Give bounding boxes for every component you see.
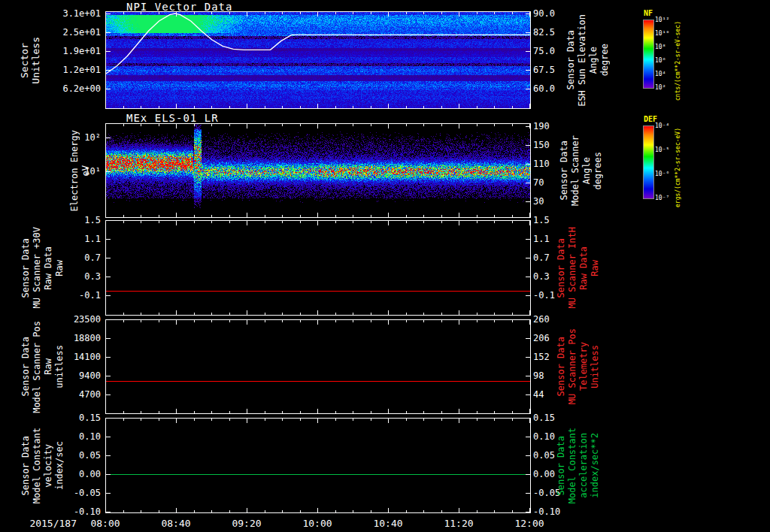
right-axis-title-line: degrees <box>593 152 604 190</box>
y-axis-title: SectorUnitless <box>17 11 44 109</box>
y-tick-mark <box>526 145 530 146</box>
x-tick-mark <box>406 215 407 217</box>
x-tick-mark <box>423 419 424 421</box>
y-tick-mark <box>106 171 111 172</box>
x-tick-mark <box>211 313 212 315</box>
x-tick-mark <box>247 419 247 423</box>
y-axis-tick-label-right: 90.0 <box>533 8 568 19</box>
right-axis-title-line: Sensor Data <box>565 30 577 89</box>
y-axis-tick-label: 1.2e+01 <box>54 65 101 75</box>
y-tick-mark <box>526 357 530 358</box>
x-tick-mark <box>494 320 495 322</box>
x-tick-mark <box>353 320 353 322</box>
y-tick-mark <box>106 14 111 14</box>
y-tick-mark <box>526 220 530 221</box>
x-tick-mark <box>105 221 106 225</box>
x-tick-mark <box>229 411 230 413</box>
x-tick-mark <box>159 320 159 322</box>
x-tick-mark <box>459 310 459 315</box>
right-axis-title: Sensor DataMU Scanner IntHRaw DataRaw <box>556 220 600 316</box>
x-tick-mark <box>194 106 195 108</box>
y-tick-mark <box>526 239 530 240</box>
y-tick-mark <box>106 455 111 456</box>
x-tick-mark <box>423 215 424 217</box>
y-axis-title: Sensor DataMU Scanner +30VRaw DataRaw <box>20 220 66 316</box>
x-tick-mark <box>105 213 106 217</box>
x-tick-mark <box>441 124 442 126</box>
x-tick-mark <box>282 215 283 217</box>
y-tick-mark <box>526 319 530 320</box>
x-tick-mark <box>494 510 495 512</box>
x-tick-mark <box>282 510 283 512</box>
x-tick-mark <box>406 221 407 223</box>
x-tick-mark <box>388 320 389 325</box>
colorbar-tick-label: 10¹² <box>655 17 669 23</box>
x-tick-mark <box>441 419 442 421</box>
x-tick-mark <box>423 313 424 315</box>
x-tick-mark <box>494 106 495 108</box>
x-tick-mark <box>371 106 371 108</box>
x-tick-mark <box>123 411 124 413</box>
x-tick-mark <box>317 310 318 315</box>
right-axis-title: Sensor DataESH Sun ElevationAngledegree <box>565 11 611 109</box>
x-tick-mark <box>529 104 530 108</box>
y-axis-title-line: Electron Energy <box>69 130 80 211</box>
y-axis-title-line: Sensor Data <box>20 436 32 495</box>
x-tick-mark <box>317 124 318 128</box>
x-tick-mark <box>512 320 513 322</box>
x-tick-mark <box>512 510 513 512</box>
x-tick-mark <box>388 104 389 108</box>
right-axis-title-line: ESH Sun Elevation <box>577 14 588 107</box>
x-tick-mark <box>123 320 124 322</box>
y-tick-mark <box>526 70 530 71</box>
x-tick-mark <box>105 419 106 423</box>
x-tick-mark <box>529 320 530 325</box>
data-line <box>106 474 530 475</box>
colorbar-tick-label: 10⁻⁷ <box>655 195 669 201</box>
y-tick-mark <box>106 138 111 138</box>
x-tick-mark <box>317 104 318 108</box>
x-tick-mark <box>141 12 141 14</box>
x-tick-mark <box>512 419 513 421</box>
x-tick-mark <box>353 221 353 223</box>
x-tick-mark <box>123 12 124 14</box>
y-tick-mark <box>106 277 111 277</box>
panel-title-els: MEx ELS-01 LR <box>126 112 219 124</box>
y-axis-tick-label: 3.1e+01 <box>54 8 101 19</box>
y-tick-mark <box>106 437 111 437</box>
x-tick-mark <box>282 106 283 108</box>
x-axis-tick-label: 12:00 <box>507 518 552 529</box>
x-tick-mark <box>105 12 106 17</box>
x-tick-mark <box>265 215 265 217</box>
x-tick-mark <box>388 221 389 225</box>
right-axis-title-line: index/sec**2 <box>590 433 601 498</box>
x-tick-mark <box>282 419 283 421</box>
x-axis-tick-label: 11:20 <box>436 518 481 529</box>
x-tick-mark <box>141 124 141 126</box>
x-tick-mark <box>247 104 247 108</box>
x-tick-mark <box>159 411 159 413</box>
y-axis-title-line: eV <box>80 165 92 176</box>
x-tick-mark <box>159 215 159 217</box>
y-tick-mark <box>106 32 111 33</box>
x-tick-mark <box>477 510 477 512</box>
x-tick-mark <box>211 106 212 108</box>
y-tick-mark <box>526 51 530 52</box>
x-tick-mark <box>335 320 336 322</box>
x-tick-mark <box>229 124 230 126</box>
x-axis-tick-label: 10:00 <box>295 518 340 529</box>
x-tick-mark <box>423 124 424 126</box>
x-tick-mark <box>176 508 177 512</box>
x-tick-mark <box>300 124 301 126</box>
y-tick-mark <box>526 89 530 89</box>
x-tick-mark <box>406 313 407 315</box>
x-tick-mark <box>159 313 159 315</box>
x-tick-mark <box>512 215 513 217</box>
x-axis-tick-label: 10:40 <box>365 518 411 529</box>
x-tick-mark <box>211 124 212 126</box>
y-tick-mark <box>526 338 530 339</box>
x-tick-mark <box>459 221 459 225</box>
x-tick-mark <box>282 221 283 223</box>
x-tick-mark <box>300 510 301 512</box>
x-tick-mark <box>229 419 230 421</box>
